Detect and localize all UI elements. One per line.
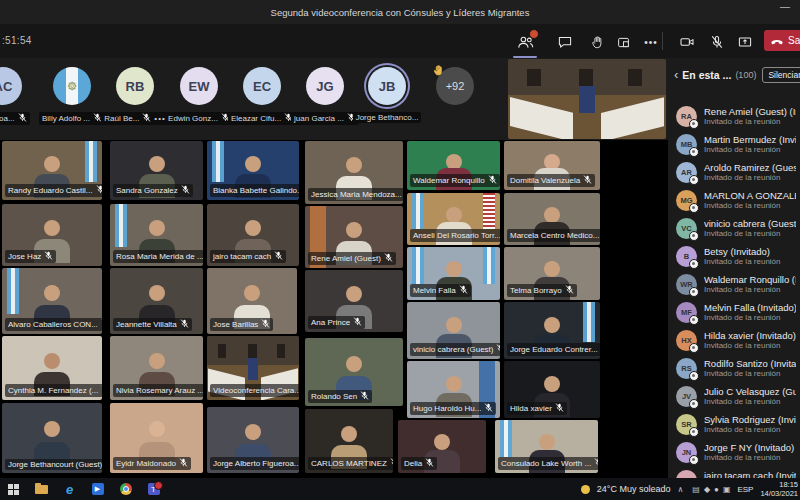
video-tile[interactable]: Telma Borrayo bbox=[504, 247, 600, 300]
video-tile[interactable]: Rosa Maria Merida de ... bbox=[110, 204, 203, 266]
participant-row[interactable]: RA Rene Amiel (Guest) (Invit... Invitado… bbox=[668, 102, 800, 130]
video-tile[interactable]: Domitila Valenzuela bbox=[504, 141, 600, 190]
tile-name: CARLOS MARTINEZ bbox=[311, 459, 387, 468]
video-tile[interactable]: Sandra Gonzalez bbox=[110, 141, 203, 200]
participant-row[interactable]: JN Jorge F NY (Invitado) Invitado de la … bbox=[668, 438, 800, 466]
tray-icon[interactable]: ◆ bbox=[704, 485, 710, 494]
tray-icon[interactable]: ▣ bbox=[723, 485, 731, 494]
strip-participant[interactable]: EW Edwin Gonz... bbox=[180, 67, 218, 105]
mute-all-button[interactable]: Silenciar a to... bbox=[762, 67, 800, 83]
participant-subtitle: Invitado de la reunión bbox=[704, 453, 796, 462]
clock[interactable]: 18:1514/03/2021 bbox=[760, 480, 798, 499]
minimize-button[interactable]: — bbox=[780, 1, 790, 12]
tile-name: Hugo Haroldo Hu... bbox=[413, 404, 481, 413]
video-tile[interactable]: Consulado Lake Worth ... bbox=[495, 420, 598, 473]
video-tile[interactable]: Rolando Sen bbox=[305, 338, 403, 406]
edge-icon[interactable]: e bbox=[63, 483, 76, 496]
participant-row[interactable]: MB Martin Bermudez (Invita... Invitado d… bbox=[668, 130, 800, 158]
strip-participant[interactable]: RB Raúl Be...••• bbox=[116, 67, 154, 105]
movies-icon[interactable]: ▶ bbox=[91, 483, 104, 496]
participants-panel-header: ‹ En esta ... (100) Silenciar a to... bbox=[668, 58, 800, 83]
strip-overflow-count[interactable]: +92 bbox=[436, 67, 474, 105]
video-tile[interactable]: Nivia Rosemary Arauz ... bbox=[110, 336, 203, 400]
video-tile[interactable]: Jeannette Villalta bbox=[110, 268, 203, 334]
camera-button[interactable] bbox=[676, 32, 698, 52]
video-tile[interactable]: Melvin Falla bbox=[407, 247, 500, 300]
system-tray[interactable]: ∧▤◆●▣ bbox=[677, 485, 730, 494]
video-tile[interactable]: Cynthia M. Fernandez (... bbox=[2, 336, 102, 400]
participants-button[interactable] bbox=[514, 32, 536, 52]
strip-participant[interactable]: EC Eleazar Cifu... bbox=[243, 67, 281, 105]
avatar: JV bbox=[676, 386, 697, 407]
video-tile[interactable]: Marcela Centro Medico... bbox=[504, 193, 600, 245]
share-screen-button[interactable] bbox=[734, 32, 756, 52]
avatar: WR bbox=[676, 274, 697, 295]
status-dot bbox=[689, 231, 699, 241]
mic-muted-icon bbox=[488, 175, 497, 186]
video-tile[interactable]: Jorge Eduardo Contrer... bbox=[504, 302, 600, 359]
chat-button[interactable] bbox=[554, 32, 576, 52]
tray-icon[interactable]: ● bbox=[714, 485, 719, 494]
participant-row[interactable]: WR Waldemar Ronquillo (Inv... Invitado d… bbox=[668, 270, 800, 298]
chrome-icon[interactable] bbox=[119, 483, 132, 496]
background-flag bbox=[85, 141, 97, 182]
video-tile[interactable]: vinicio cabrera (Guest) bbox=[407, 302, 500, 359]
video-tile[interactable]: Alvaro Caballeros CON... bbox=[2, 268, 102, 334]
video-tile[interactable]: CARLOS MARTINEZ bbox=[305, 409, 393, 473]
status-dot bbox=[689, 175, 699, 185]
status-dot bbox=[689, 371, 699, 381]
video-tile[interactable]: Eyidr Maldonado bbox=[110, 403, 203, 473]
file-explorer-icon[interactable] bbox=[35, 483, 48, 496]
video-tile[interactable]: Randy Eduardo Castil... bbox=[2, 141, 102, 200]
video-tile[interactable]: Ana Prince bbox=[305, 270, 403, 332]
strip-participant[interactable]: ۞ Billy Adolfo ... bbox=[53, 67, 91, 105]
video-tile[interactable]: Jorge Alberto Figueroa... bbox=[207, 407, 299, 473]
tray-icon[interactable]: ▤ bbox=[692, 485, 700, 494]
video-tile[interactable]: Rene Amiel (Guest) bbox=[305, 206, 403, 268]
participant-row[interactable]: MG MARLON A GONZALEZ (... Invitado de la… bbox=[668, 186, 800, 214]
participant-row[interactable]: HX Hilda xavier (Invitado) Invitado de l… bbox=[668, 326, 800, 354]
video-tile[interactable]: Jose Haz bbox=[2, 204, 102, 266]
person-silhouette bbox=[544, 154, 560, 170]
participant-row[interactable]: MF Melvin Falla (Invitado) Invitado de l… bbox=[668, 298, 800, 326]
breakout-rooms-button[interactable] bbox=[612, 32, 634, 52]
video-tile[interactable]: Bianka Babette Galindo... bbox=[207, 141, 299, 200]
start-icon[interactable] bbox=[7, 483, 20, 496]
strip-participant[interactable]: JB Jorge Bethanco... bbox=[368, 67, 406, 105]
more-options-button[interactable]: ••• bbox=[640, 32, 662, 52]
tile-name: Ana Prince bbox=[311, 318, 350, 327]
language-indicator[interactable]: ESP bbox=[737, 485, 753, 494]
video-tile[interactable]: Jorge Bethancourt (Guest) bbox=[2, 403, 102, 473]
raise-hand-button[interactable] bbox=[586, 32, 608, 52]
video-tile[interactable]: Jose Barillas bbox=[207, 268, 297, 334]
mic-muted-icon bbox=[44, 251, 53, 262]
participant-row[interactable]: JT jairo tacam cach (Invita... Invitado … bbox=[668, 466, 800, 478]
video-tile[interactable]: Hugo Haroldo Hu... bbox=[407, 361, 500, 418]
video-tile[interactable]: jairo tacam cach bbox=[207, 204, 299, 266]
weather-sun-icon[interactable] bbox=[581, 485, 590, 494]
video-tile[interactable]: Anseli Del Rosario Torr... bbox=[407, 193, 500, 245]
leave-button[interactable]: Sa bbox=[764, 30, 800, 51]
back-icon[interactable]: ‹ bbox=[674, 70, 678, 80]
mic-muted-button[interactable] bbox=[706, 32, 728, 52]
participant-row[interactable]: AR Aroldo Ramirez (Guest) (... Invitado … bbox=[668, 158, 800, 186]
participant-row[interactable]: JV Julio C Velasquez (Gues... Invitado d… bbox=[668, 382, 800, 410]
video-tile[interactable]: Waldemar Ronquillo bbox=[407, 141, 500, 190]
participant-subtitle: Invitado de la reunión bbox=[704, 341, 796, 350]
participant-row[interactable]: SR Sylvia Rodriguez (Invita... Invitado … bbox=[668, 410, 800, 438]
participant-name: Rodilfo Santizo (Invitado) bbox=[704, 358, 796, 369]
participant-row[interactable]: RS Rodilfo Santizo (Invitado) Invitado d… bbox=[668, 354, 800, 382]
video-tile[interactable]: Jessica Maria Mendoza... bbox=[305, 141, 403, 204]
room-video-thumbnail[interactable] bbox=[508, 59, 666, 139]
participant-row[interactable]: VC vinicio cabrera (Guest) (I... Invitad… bbox=[668, 214, 800, 242]
strip-participant[interactable]: JG juan Garcia ... bbox=[306, 67, 344, 105]
strip-participant[interactable]: AC ...Coroa... bbox=[0, 67, 22, 105]
teams-icon[interactable]: T bbox=[147, 483, 160, 496]
weather-label[interactable]: 24°C Muy soleado bbox=[597, 484, 671, 494]
participant-row[interactable]: B Betsy (Invitado) Invitado de la reunió… bbox=[668, 242, 800, 270]
video-tile[interactable]: Delia bbox=[398, 420, 486, 473]
mic-muted-icon bbox=[261, 319, 270, 330]
video-tile[interactable]: Videoconferencia Cara... bbox=[207, 336, 299, 400]
video-tile[interactable]: Hilda xavier bbox=[504, 361, 600, 418]
tile-name: Rolando Sen bbox=[311, 392, 357, 401]
